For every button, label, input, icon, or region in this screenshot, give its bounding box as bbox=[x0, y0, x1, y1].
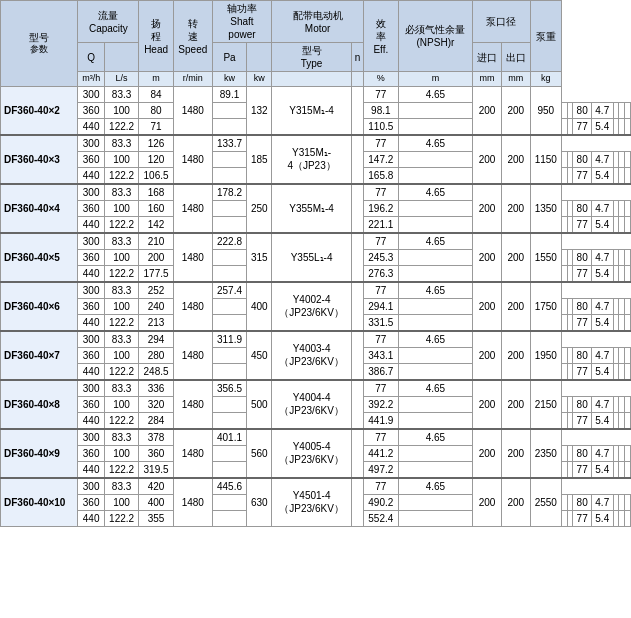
model-cell: DF360-40×4 bbox=[1, 184, 78, 233]
motor-kw-header bbox=[247, 43, 272, 72]
outlet-cell: 200 bbox=[501, 282, 530, 331]
n-cell bbox=[212, 363, 246, 380]
motor-kw-cell: 630 bbox=[247, 478, 272, 527]
pa-header: Pa bbox=[212, 43, 246, 72]
n-cell: 1480 bbox=[173, 86, 212, 135]
pa-unit: kw bbox=[212, 72, 246, 87]
table-row: DF360-40×1030083.34201480445.6630Y4501-4… bbox=[1, 478, 631, 495]
npsh-cell: 4.65 bbox=[398, 478, 473, 495]
q-cell: 360 bbox=[78, 200, 104, 216]
motor-kw-cell: 250 bbox=[247, 184, 272, 233]
h-cell: 284 bbox=[139, 412, 173, 429]
ls-cell: 83.3 bbox=[104, 429, 138, 446]
q-cell: 440 bbox=[78, 265, 104, 282]
q-cell: 300 bbox=[78, 184, 104, 201]
eff-cell: 77 bbox=[573, 461, 592, 478]
npsh-cell: 5.4 bbox=[591, 510, 613, 526]
motor-type-cell: Y315M₁-4 bbox=[272, 86, 352, 135]
n-unit: r/min bbox=[173, 72, 212, 87]
npsh-cell: 4.7 bbox=[591, 445, 613, 461]
eff-unit: % bbox=[364, 72, 398, 87]
ls-cell: 83.3 bbox=[104, 478, 138, 495]
ls-cell: 122.2 bbox=[104, 412, 138, 429]
h-cell: 240 bbox=[139, 298, 173, 314]
n-cell bbox=[212, 216, 246, 233]
eff-header: 效率Eff. bbox=[364, 1, 398, 72]
npsh-cell: 5.4 bbox=[591, 216, 613, 233]
eff-cell: 80 bbox=[573, 445, 592, 461]
q-header: Q bbox=[78, 43, 104, 72]
inlet-cell: 200 bbox=[473, 380, 502, 429]
eff-cell: 80 bbox=[573, 200, 592, 216]
motor-kw-cell bbox=[398, 200, 473, 216]
model-cell: DF360-40×5 bbox=[1, 233, 78, 282]
weight-cell bbox=[625, 249, 631, 265]
pipe-header: 泵口径 bbox=[473, 1, 530, 43]
npsh-cell: 4.7 bbox=[591, 249, 613, 265]
weight-cell: 1350 bbox=[530, 184, 561, 233]
ls-cell: 100 bbox=[104, 249, 138, 265]
motor-kw-cell bbox=[398, 461, 473, 478]
weight-cell: 1950 bbox=[530, 331, 561, 380]
weight-cell bbox=[625, 396, 631, 412]
outlet-cell: 200 bbox=[501, 478, 530, 527]
pa-cell: 552.4 bbox=[364, 510, 398, 526]
motor-n-cell bbox=[351, 429, 363, 478]
ls-cell: 83.3 bbox=[104, 233, 138, 250]
eff-cell: 77 bbox=[573, 118, 592, 135]
eff-cell: 80 bbox=[573, 494, 592, 510]
h-cell: 319.5 bbox=[139, 461, 173, 478]
q-unit: m³/h bbox=[78, 72, 104, 87]
q-cell: 360 bbox=[78, 445, 104, 461]
ls-unit: L/s bbox=[104, 72, 138, 87]
ls-cell: 100 bbox=[104, 298, 138, 314]
weight-cell: 2350 bbox=[530, 429, 561, 478]
motor-n-header: n bbox=[351, 43, 363, 72]
h-cell: 126 bbox=[139, 135, 173, 152]
npsh-cell: 5.4 bbox=[591, 118, 613, 135]
model-cell: DF360-40×6 bbox=[1, 282, 78, 331]
motor-type-header: 型号Type bbox=[272, 43, 352, 72]
motor-header: 配带电动机Motor bbox=[272, 1, 364, 43]
ls-cell: 83.3 bbox=[104, 380, 138, 397]
weight-cell: 1550 bbox=[530, 233, 561, 282]
outlet-cell: 200 bbox=[501, 233, 530, 282]
motor-type-cell: Y4004-4（JP23/6KV） bbox=[272, 380, 352, 429]
outlet-cell: 200 bbox=[501, 429, 530, 478]
motor-n-cell bbox=[351, 282, 363, 331]
q-cell: 360 bbox=[78, 494, 104, 510]
npsh-cell: 4.7 bbox=[591, 494, 613, 510]
pa-cell: 89.1 bbox=[212, 86, 246, 102]
motor-type-cell: Y4003-4（JP23/6KV） bbox=[272, 331, 352, 380]
pa-cell: 133.7 bbox=[212, 135, 246, 152]
motor-kw-cell bbox=[398, 314, 473, 331]
h-cell: 168 bbox=[139, 184, 173, 201]
pa-cell: 245.3 bbox=[364, 249, 398, 265]
npsh-cell: 4.65 bbox=[398, 380, 473, 397]
motor-kw-cell bbox=[398, 494, 473, 510]
npsh-cell: 4.7 bbox=[591, 347, 613, 363]
inlet-cell: 200 bbox=[473, 233, 502, 282]
motor-type-cell: Y355M₁-4 bbox=[272, 184, 352, 233]
weight-cell: 2150 bbox=[530, 380, 561, 429]
pa-cell: 311.9 bbox=[212, 331, 246, 348]
motor-kw-cell: 132 bbox=[247, 86, 272, 135]
ls-cell: 83.3 bbox=[104, 282, 138, 299]
motor-kw-cell: 315 bbox=[247, 233, 272, 282]
motor-n-cell bbox=[351, 135, 363, 184]
n-cell bbox=[212, 200, 246, 216]
motor-kw-cell bbox=[398, 412, 473, 429]
ls-cell: 100 bbox=[104, 494, 138, 510]
weight-cell: 2550 bbox=[530, 478, 561, 527]
table-row: DF360-40×630083.32521480257.4400Y4002-4（… bbox=[1, 282, 631, 299]
ls-cell: 100 bbox=[104, 396, 138, 412]
pa-cell: 147.2 bbox=[364, 151, 398, 167]
npsh-cell: 4.7 bbox=[591, 151, 613, 167]
ls-cell: 100 bbox=[104, 445, 138, 461]
motor-type-cell: Y355L₁-4 bbox=[272, 233, 352, 282]
q-cell: 300 bbox=[78, 380, 104, 397]
capacity-header: 流量Capacity bbox=[78, 1, 139, 43]
model-cell: DF360-40×2 bbox=[1, 86, 78, 135]
ls-cell: 100 bbox=[104, 200, 138, 216]
weight-cell bbox=[625, 167, 631, 184]
